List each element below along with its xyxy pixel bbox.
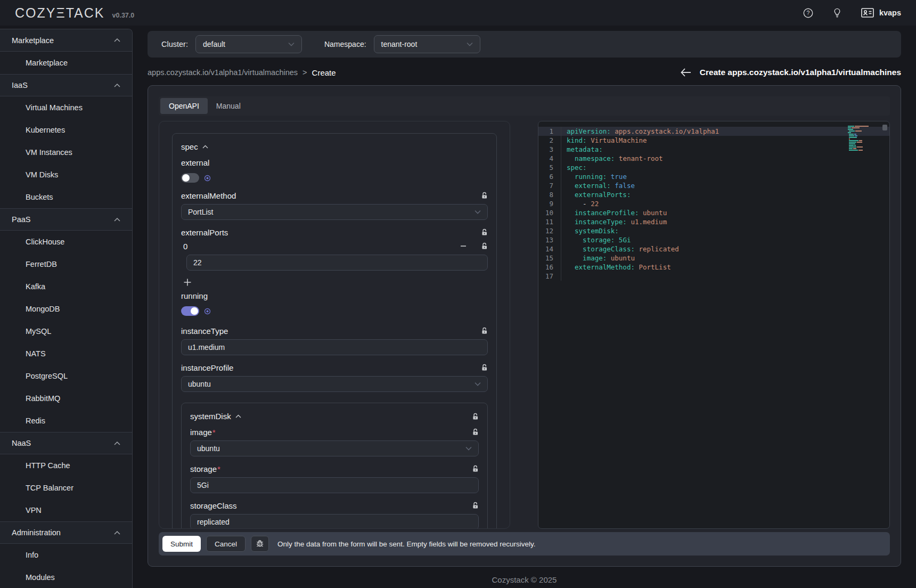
arrow-left-icon (681, 68, 691, 77)
sidebar-item-vpn[interactable]: VPN (0, 499, 132, 521)
yaml-line[interactable]: 12 systemDisk: (538, 226, 889, 235)
sidebar-section-administration[interactable]: Administration (0, 521, 132, 544)
sidebar-section-iaas[interactable]: IaaS (0, 74, 132, 96)
line-number: 6 (538, 172, 561, 181)
unlock-icon[interactable] (472, 502, 479, 509)
help-icon[interactable]: ? (803, 8, 813, 18)
breadcrumb: apps.cozystack.io/v1alpha1/virtualmachin… (148, 68, 336, 77)
yaml-editor[interactable]: 1apiVersion: apps.cozystack.io/v1alpha12… (538, 121, 890, 529)
yaml-line[interactable]: 7 external: false (538, 181, 889, 190)
yaml-line[interactable]: 2kind: VirtualMachine (538, 136, 889, 145)
unlock-icon[interactable] (481, 364, 488, 371)
yaml-line[interactable]: 14 storageClass: replicated (538, 244, 889, 254)
unlock-icon[interactable] (472, 413, 479, 420)
sidebar-item-modules[interactable]: Modules (0, 566, 132, 588)
yaml-line[interactable]: 15 image: ubuntu (538, 254, 889, 263)
sidebar-item-clickhouse[interactable]: ClickHouse (0, 231, 132, 253)
sidebar-item-virtual-machines[interactable]: Virtual Machines (0, 96, 132, 119)
systemDisk-collapse[interactable]: systemDisk (190, 412, 241, 421)
storage-input[interactable] (190, 477, 479, 493)
image-select[interactable]: ubuntu (190, 440, 479, 456)
sidebar-item-marketplace[interactable]: Marketplace (0, 52, 132, 74)
breadcrumb-link[interactable]: apps.cozystack.io/v1alpha1/virtualmachin… (148, 68, 298, 77)
yaml-code[interactable]: 1apiVersion: apps.cozystack.io/v1alpha12… (538, 127, 889, 281)
cancel-button[interactable]: Cancel (206, 536, 246, 552)
externalMethod-select[interactable]: PortList (181, 204, 488, 220)
externalPorts-item-input[interactable] (186, 255, 488, 271)
unlock-icon[interactable] (481, 242, 488, 250)
sidebar-item-http-cache[interactable]: HTTP Cache (0, 454, 132, 477)
yaml-line[interactable]: 9 - 22 (538, 199, 889, 208)
tab-openapi[interactable]: OpenAPI (160, 98, 208, 114)
sidebar: MarketplaceMarketplaceIaaSVirtual Machin… (0, 29, 133, 588)
sidebar-item-redis[interactable]: Redis (0, 410, 132, 432)
external-toggle[interactable] (181, 173, 199, 183)
breadcrumb-current: Create (312, 68, 336, 77)
sidebar-section-naas[interactable]: NaaS (0, 432, 132, 454)
chevron-up-icon (202, 145, 208, 149)
yaml-line[interactable]: 11 instanceType: u1.medium (538, 217, 889, 226)
context-toolbar: Cluster: default Namespace: tenant-root (148, 31, 901, 58)
yaml-line[interactable]: 17 (538, 272, 889, 281)
sidebar-item-postgresql[interactable]: PostgreSQL (0, 365, 132, 387)
lightbulb-icon[interactable] (832, 7, 842, 18)
tab-manual[interactable]: Manual (208, 98, 249, 114)
yaml-line[interactable]: 1apiVersion: apps.cozystack.io/v1alpha1 (538, 127, 889, 136)
yaml-line[interactable]: 4 namespace: tenant-root (538, 154, 889, 163)
sidebar-item-rabbitmq[interactable]: RabbitMQ (0, 387, 132, 410)
instanceProfile-select[interactable]: ubuntu (181, 376, 488, 392)
footer-copyright: Cozystack © 2025 (148, 575, 901, 584)
sidebar-item-kafka[interactable]: Kafka (0, 275, 132, 298)
storageClass-input[interactable] (190, 514, 479, 529)
spec-label: spec (181, 142, 198, 151)
running-toggle[interactable] (181, 306, 199, 316)
unlock-icon[interactable] (481, 327, 488, 334)
spec-collapse[interactable]: spec (181, 142, 208, 151)
user-name: kvaps (879, 9, 901, 17)
instanceType-input[interactable] (181, 339, 488, 355)
line-number: 8 (538, 190, 561, 199)
unlock-icon[interactable] (481, 228, 488, 236)
yaml-line[interactable]: 5spec: (538, 163, 889, 172)
externalPorts-item-index: 0 (181, 242, 460, 251)
sidebar-item-mongodb[interactable]: MongoDB (0, 298, 132, 320)
sidebar-item-tcp-balancer[interactable]: TCP Balancer (0, 477, 132, 499)
systemDisk-group: systemDisk image* ubuntu (181, 403, 488, 529)
chevron-up-icon (114, 218, 120, 222)
sidebar-section-marketplace[interactable]: Marketplace (0, 29, 132, 52)
editor-scrollbar[interactable] (882, 125, 887, 130)
chevron-up-icon (114, 38, 120, 42)
sidebar-item-vm-instances[interactable]: VM Instances (0, 141, 132, 164)
chevron-up-icon (235, 414, 241, 418)
back-button[interactable] (681, 68, 691, 77)
chevron-down-icon (475, 210, 481, 214)
sidebar-section-label: Marketplace (12, 36, 54, 45)
yaml-line[interactable]: 13 storage: 5Gi (538, 235, 889, 244)
submit-button[interactable]: Submit (162, 536, 201, 552)
sidebar-section-label: Administration (12, 528, 61, 537)
yaml-line[interactable]: 16 externalMethod: PortList (538, 263, 889, 272)
sidebar-item-mysql[interactable]: MySQL (0, 320, 132, 342)
unlock-icon[interactable] (472, 465, 479, 472)
sidebar-section-paas[interactable]: PaaS (0, 208, 132, 231)
add-item-icon[interactable] (183, 278, 195, 287)
yaml-line[interactable]: 8 externalPorts: (538, 190, 889, 199)
unlock-icon[interactable] (472, 428, 479, 436)
cluster-select[interactable]: default (195, 35, 302, 53)
debug-button[interactable] (251, 536, 269, 552)
remove-item-icon[interactable] (460, 242, 467, 250)
yaml-line[interactable]: 10 instanceProfile: ubuntu (538, 208, 889, 217)
unlock-icon[interactable] (481, 192, 488, 199)
yaml-line[interactable]: 3metadata: (538, 145, 889, 154)
sidebar-item-vm-disks[interactable]: VM Disks (0, 164, 132, 186)
yaml-line[interactable]: 6 running: true (538, 172, 889, 181)
sidebar-item-kubernetes[interactable]: Kubernetes (0, 119, 132, 141)
namespace-select[interactable]: tenant-root (374, 35, 480, 53)
sidebar-item-info[interactable]: Info (0, 544, 132, 566)
sidebar-item-nats[interactable]: NATS (0, 342, 132, 365)
sidebar-item-ferretdb[interactable]: FerretDB (0, 253, 132, 275)
action-note: Only the data from the form will be sent… (277, 540, 535, 548)
sidebar-item-buckets[interactable]: Buckets (0, 186, 132, 208)
externalMethod-label: externalMethod (181, 191, 236, 200)
user-menu[interactable]: kvaps (861, 8, 901, 18)
